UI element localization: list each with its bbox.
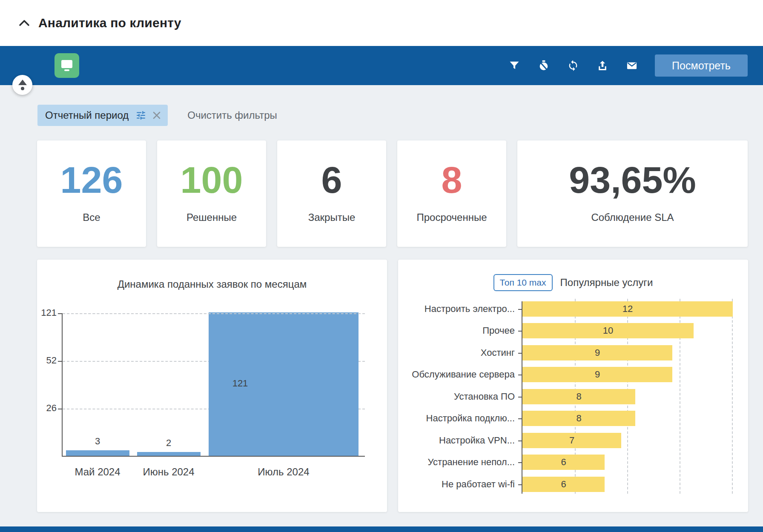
axis-tick (518, 331, 522, 332)
chart-header: Топ 10 max Популярные услуги (398, 274, 748, 291)
tune-icon (135, 110, 146, 121)
bar-value-label: 8 (576, 413, 581, 424)
filter-button[interactable] (508, 59, 521, 72)
plot-area: Настроить электро... 12 Прочее 10 Хостин… (522, 301, 732, 494)
bar-value-label: 9 (595, 369, 600, 380)
refresh-icon (567, 60, 579, 72)
timer-off-button[interactable] (537, 59, 551, 72)
axis-tick (518, 462, 522, 463)
stat-card-all: 126 Все (37, 140, 146, 247)
mail-button[interactable] (625, 59, 639, 72)
bar-value-label: 121 (232, 378, 248, 389)
x-axis-label: Июнь 2024 (143, 466, 194, 478)
bar-value-label: 6 (561, 479, 566, 490)
gridline (63, 313, 365, 314)
y-axis-tick-label: 52 (46, 355, 57, 366)
chart-card-popular-services: Топ 10 max Популярные услуги Настроить э… (398, 260, 748, 512)
bar-category-label: Не работает wi-fi (374, 479, 515, 490)
bar-june-2024 (137, 452, 201, 456)
bar-july-2024 (209, 312, 359, 456)
axis-tick (58, 313, 63, 314)
footer-bar (0, 526, 763, 532)
chart-title: Популярные услуги (560, 277, 653, 289)
page-header: Аналитика по клиенту (0, 0, 763, 46)
bar-service: 9 (522, 345, 672, 360)
chart-card-monthly-requests: Динамика поданных заявок по месяцам 121 … (37, 260, 387, 512)
chevron-up-icon (19, 19, 30, 27)
bar-value-label: 7 (569, 435, 574, 446)
filter-icon (508, 60, 520, 72)
bar-may-2024 (66, 450, 129, 456)
bar-value-label: 3 (95, 436, 100, 447)
bar-value-label: 2 (166, 438, 171, 449)
stat-value: 93,65% (569, 161, 696, 199)
stat-label: Все (83, 212, 100, 223)
x-axis-label: Июль 2024 (258, 466, 309, 478)
scroll-top-button[interactable] (12, 75, 32, 95)
timer-off-icon (538, 60, 550, 72)
stat-card-closed: 6 Закрытые (277, 140, 386, 247)
bar-category-label: Установка ПО (374, 391, 515, 402)
export-button[interactable] (596, 59, 609, 72)
chip-close-button[interactable] (152, 110, 162, 120)
bar-service: 9 (522, 367, 672, 382)
stat-value: 8 (442, 161, 462, 199)
page-title: Аналитика по клиенту (38, 16, 181, 30)
stat-value: 126 (60, 161, 123, 199)
period-filter-chip-label: Отчетный период (45, 109, 129, 121)
mail-icon (625, 60, 638, 72)
export-icon (597, 60, 608, 72)
axis-tick (518, 375, 522, 375)
stat-card-sla: 93,65% Соблюдение SLA (517, 140, 748, 247)
axis-tick (518, 353, 522, 354)
bar-value-label: 12 (622, 303, 633, 315)
top10-badge[interactable]: Топ 10 max (493, 274, 553, 291)
bar-service: 6 (522, 477, 605, 492)
bar-category-label: Настроить электро... (374, 303, 515, 315)
collapse-chevron-button[interactable] (17, 16, 32, 30)
axis-tick (58, 361, 63, 362)
close-icon (152, 110, 162, 120)
period-filter-chip[interactable]: Отчетный период (37, 105, 168, 126)
bar-value-label: 9 (595, 347, 600, 358)
stat-label: Закрытые (308, 212, 356, 223)
bar-service: 8 (522, 411, 635, 426)
bar-service: 6 (522, 455, 605, 470)
plot-area: 121 52 26 3 2 121 Май 2024 Июнь 2024 Июл… (62, 313, 365, 457)
monitor-icon (61, 60, 72, 71)
bar-value-label: 10 (603, 325, 613, 336)
stat-value: 6 (321, 161, 342, 199)
tune-filter-button[interactable] (135, 110, 146, 121)
bar-value-label: 8 (576, 391, 581, 402)
eject-icon (18, 80, 27, 90)
bar-category-label: Хостинг (374, 347, 515, 358)
bar-service: 7 (522, 433, 621, 448)
view-button[interactable]: Посмотреть (655, 54, 748, 77)
stat-label: Решенные (186, 212, 237, 223)
stat-value: 100 (181, 161, 243, 199)
axis-tick (518, 309, 522, 310)
bar-category-label: Прочее (374, 325, 515, 336)
axis-tick (518, 484, 522, 485)
bar-service: 10 (522, 323, 694, 338)
refresh-button[interactable] (566, 59, 580, 72)
chart-title: Динамика поданных заявок по месяцам (37, 278, 387, 290)
bar-value-label: 6 (561, 457, 566, 468)
stat-card-overdue: 8 Просроченные (397, 140, 506, 247)
bar-category-label: Устранение непол... (374, 457, 515, 468)
y-axis-tick-label: 121 (41, 307, 57, 318)
axis-tick (518, 418, 522, 419)
stats-row: 126 Все 100 Решенные 6 Закрытые 8 Просро… (37, 140, 748, 247)
charts-row: Динамика поданных заявок по месяцам 121 … (37, 260, 748, 512)
bar-category-label: Настройка VPN... (374, 435, 515, 446)
axis-tick (518, 440, 522, 441)
clear-filters-button[interactable]: Очистить фильтры (187, 109, 277, 121)
x-axis-label: Май 2024 (75, 466, 120, 478)
report-toolbar: Посмотреть (0, 46, 763, 85)
bar-category-label: Настройка подклю... (374, 413, 515, 424)
axis-tick (58, 409, 63, 409)
bar-service: 8 (522, 389, 635, 404)
toolbar-icon-group (508, 59, 639, 72)
gridline (732, 299, 733, 494)
presentation-mode-button[interactable] (54, 53, 79, 78)
